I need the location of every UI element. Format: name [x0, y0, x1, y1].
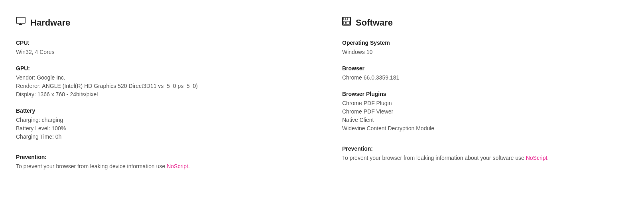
- hardware-noscript-link[interactable]: NoScript: [167, 163, 188, 169]
- monitor-icon: [16, 17, 26, 29]
- gpu-label: GPU:: [16, 64, 302, 73]
- plugin-item: Chrome PDF Viewer: [342, 107, 628, 116]
- battery-block: Battery Charging: charging Battery Level…: [16, 107, 302, 141]
- os-value: Windows 10: [342, 48, 628, 56]
- gpu-renderer: Renderer: ANGLE (Intel(R) HD Graphics 52…: [16, 82, 302, 90]
- software-panel: Software Operating System Windows 10 Bro…: [318, 8, 644, 203]
- plugins-list: Chrome PDF PluginChrome PDF ViewerNative…: [342, 99, 628, 133]
- software-header: Software: [342, 16, 628, 29]
- hardware-panel: Hardware CPU: Win32, 4 Cores GPU: Vendor…: [0, 8, 318, 203]
- software-prevention-period: .: [547, 155, 549, 161]
- gpu-block: GPU: Vendor: Google Inc. Renderer: ANGLE…: [16, 64, 302, 99]
- gpu-vendor: Vendor: Google Inc.: [16, 74, 302, 82]
- plugin-item: Chrome PDF Plugin: [342, 99, 628, 107]
- browser-value: Chrome 66.0.3359.181: [342, 74, 628, 82]
- battery-level: Battery Level: 100%: [16, 124, 302, 133]
- os-block: Operating System Windows 10: [342, 39, 628, 56]
- hardware-title: Hardware: [30, 16, 70, 29]
- svg-rect-6: [345, 22, 347, 24]
- hardware-prevention-text: To prevent your browser from leaking dev…: [16, 162, 302, 171]
- software-prevention: Prevention: To prevent your browser from…: [342, 145, 628, 162]
- browser-label: Browser: [342, 64, 628, 73]
- plugins-block: Browser Plugins Chrome PDF PluginChrome …: [342, 90, 628, 133]
- cpu-label: CPU:: [16, 39, 302, 47]
- cpu-value: Win32, 4 Cores: [16, 48, 302, 56]
- hardware-prevention: Prevention: To prevent your browser from…: [16, 153, 302, 171]
- plugins-label: Browser Plugins: [342, 90, 628, 98]
- hardware-prevention-label: Prevention:: [16, 153, 302, 161]
- software-noscript-link[interactable]: NoScript: [526, 155, 547, 161]
- plugin-item: Widevine Content Decryption Module: [342, 124, 628, 133]
- software-prevention-message: To prevent your browser from leaking inf…: [342, 155, 526, 161]
- os-label: Operating System: [342, 39, 628, 47]
- disk-icon: [342, 17, 351, 29]
- browser-block: Browser Chrome 66.0.3359.181: [342, 64, 628, 82]
- software-title: Software: [356, 16, 393, 29]
- gpu-display: Display: 1366 x 768 - 24bits/pixel: [16, 90, 302, 99]
- battery-charging-time: Charging Time: 0h: [16, 133, 302, 141]
- hardware-prevention-period: .: [188, 163, 190, 169]
- battery-charging: Charging: charging: [16, 116, 302, 124]
- cpu-block: CPU: Win32, 4 Cores: [16, 39, 302, 56]
- plugin-item: Native Client: [342, 116, 628, 124]
- svg-rect-4: [344, 17, 348, 20]
- software-prevention-text: To prevent your browser from leaking inf…: [342, 154, 628, 162]
- battery-label: Battery: [16, 107, 302, 115]
- hardware-header: Hardware: [16, 16, 302, 29]
- hardware-prevention-message: To prevent your browser from leaking dev…: [16, 163, 167, 169]
- software-prevention-label: Prevention:: [342, 145, 628, 153]
- svg-rect-0: [16, 17, 25, 23]
- page-container: Hardware CPU: Win32, 4 Cores GPU: Vendor…: [0, 0, 644, 211]
